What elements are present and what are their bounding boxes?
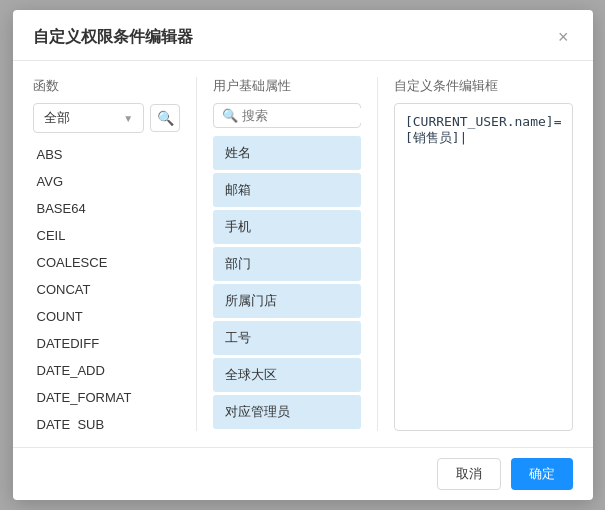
function-item[interactable]: DATE_SUB	[33, 411, 181, 431]
attribute-item[interactable]: 部门	[213, 247, 361, 281]
function-item[interactable]: COALESCE	[33, 249, 181, 276]
attribute-item[interactable]: 对应管理员	[213, 395, 361, 429]
attributes-panel: 用户基础属性 🔍 姓名邮箱手机部门所属门店工号全球大区对应管理员大类城市大区	[213, 77, 361, 431]
attribute-item[interactable]: 邮箱	[213, 173, 361, 207]
function-item[interactable]: ABS	[33, 141, 181, 168]
attribute-item[interactable]: 所属门店	[213, 284, 361, 318]
editor-label: 自定义条件编辑框	[394, 77, 573, 95]
attributes-search-wrap: 🔍	[213, 103, 361, 128]
attributes-list: 姓名邮箱手机部门所属门店工号全球大区对应管理员大类城市大区	[213, 136, 361, 431]
functions-label: 函数	[33, 77, 181, 95]
chevron-down-icon: ▼	[123, 113, 133, 124]
dialog-body: 函数 全部 ▼ 🔍 ABSAVGBASE64CEILCOALESCECONCAT…	[13, 61, 593, 447]
close-button[interactable]: ×	[554, 26, 573, 48]
function-item[interactable]: BASE64	[33, 195, 181, 222]
functions-search-button[interactable]: 🔍	[150, 104, 180, 132]
divider-1	[196, 77, 197, 431]
attributes-search-input[interactable]	[242, 108, 410, 123]
cancel-button[interactable]: 取消	[437, 458, 501, 490]
dialog-title: 自定义权限条件编辑器	[33, 27, 193, 48]
editor-box[interactable]: [CURRENT_USER.name]=[销售员]|	[394, 103, 573, 431]
dialog: 自定义权限条件编辑器 × 函数 全部 ▼ 🔍 ABSAVGBASE	[13, 10, 593, 500]
search-icon: 🔍	[157, 110, 174, 126]
functions-panel: 函数 全部 ▼ 🔍 ABSAVGBASE64CEILCOALESCECONCAT…	[33, 77, 181, 431]
search-icon-attr: 🔍	[222, 108, 238, 123]
functions-select-row: 全部 ▼ 🔍	[33, 103, 181, 133]
attribute-item[interactable]: 全球大区	[213, 358, 361, 392]
dialog-overlay: 自定义权限条件编辑器 × 函数 全部 ▼ 🔍 ABSAVGBASE	[0, 0, 605, 510]
attribute-item[interactable]: 手机	[213, 210, 361, 244]
editor-panel: 自定义条件编辑框 [CURRENT_USER.name]=[销售员]|	[394, 77, 573, 431]
function-item[interactable]: DATEDIFF	[33, 330, 181, 357]
function-item[interactable]: CONCAT	[33, 276, 181, 303]
functions-select-value: 全部	[44, 109, 70, 127]
function-item[interactable]: AVG	[33, 168, 181, 195]
attributes-label: 用户基础属性	[213, 77, 361, 95]
editor-code: [CURRENT_USER.name]=[销售员]|	[405, 114, 562, 145]
attribute-item[interactable]: 工号	[213, 321, 361, 355]
confirm-button[interactable]: 确定	[511, 458, 573, 490]
dialog-header: 自定义权限条件编辑器 ×	[13, 10, 593, 61]
dialog-footer: 取消 确定	[13, 447, 593, 500]
function-item[interactable]: COUNT	[33, 303, 181, 330]
function-item[interactable]: DATE_ADD	[33, 357, 181, 384]
functions-list: ABSAVGBASE64CEILCOALESCECONCATCOUNTDATED…	[33, 141, 181, 431]
function-item[interactable]: DATE_FORMAT	[33, 384, 181, 411]
attribute-item[interactable]: 姓名	[213, 136, 361, 170]
function-item[interactable]: CEIL	[33, 222, 181, 249]
divider-2	[377, 77, 378, 431]
functions-select[interactable]: 全部 ▼	[33, 103, 145, 133]
